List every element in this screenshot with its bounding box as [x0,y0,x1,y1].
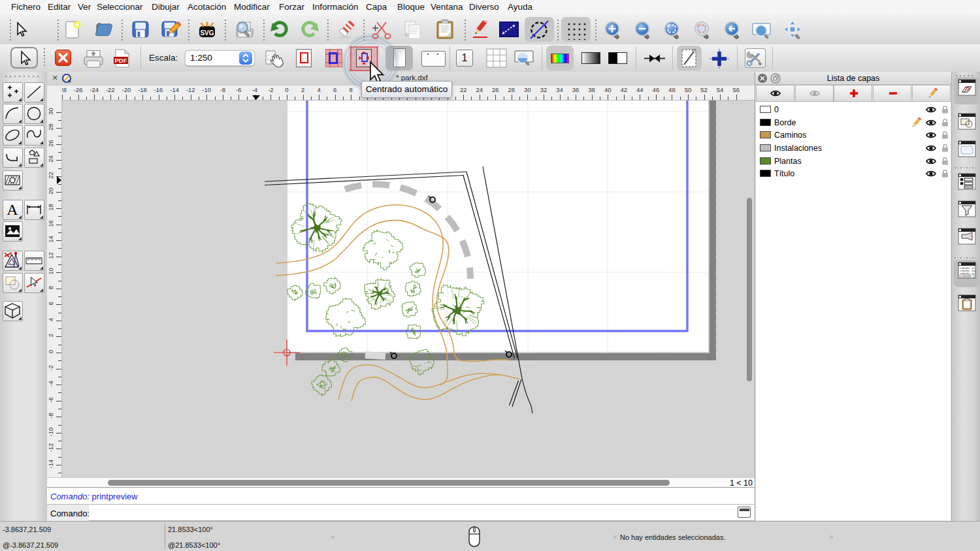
svg-text:Comando: 14.5: Comando: 14.5 [960,272,976,275]
svg-text:A: A [7,201,18,218]
svg-text:< comando: < comando [960,275,971,277]
svg-text:PDF: PDF [115,57,127,64]
svg-text:SVG: SVG [200,29,214,37]
